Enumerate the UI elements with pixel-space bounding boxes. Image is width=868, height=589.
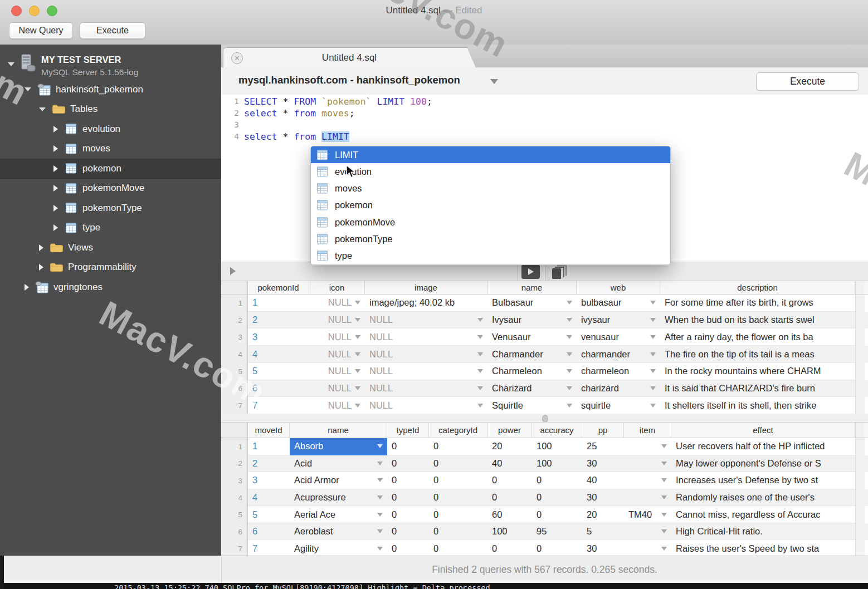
- cell-dropdown-icon[interactable]: [355, 335, 360, 339]
- cell-name[interactable]: Venusaur: [487, 328, 577, 346]
- cell-dropdown-icon[interactable]: [661, 444, 667, 448]
- scrollbar-track[interactable]: [855, 489, 865, 507]
- cell-accuracy[interactable]: 0: [532, 540, 582, 557]
- cell-name[interactable]: Ivysaur: [487, 312, 577, 329]
- expander-right-icon[interactable]: [39, 264, 43, 271]
- expander-right-icon[interactable]: [25, 284, 29, 291]
- scrollbar-track[interactable]: [855, 438, 865, 455]
- cell-dropdown-icon[interactable]: [377, 444, 383, 448]
- table-row[interactable]: 33Acid Armor000040Increases user's Defen…: [221, 472, 868, 489]
- cell-web[interactable]: ivysaur: [577, 312, 660, 329]
- scrollbar-track[interactable]: [855, 540, 865, 557]
- cell-pp[interactable]: 20: [582, 506, 624, 523]
- cell-dropdown-icon[interactable]: [567, 369, 572, 373]
- scrollbar-track[interactable]: [855, 523, 865, 541]
- cell-dropdown-icon[interactable]: [567, 301, 572, 305]
- cell-moveid[interactable]: 6: [248, 523, 290, 541]
- cell-description[interactable]: After a rainy day, the flower on its ba: [660, 328, 855, 346]
- cell-effect[interactable]: Increases user's Defense by two st: [671, 472, 855, 489]
- new-query-button[interactable]: New Query: [9, 22, 73, 39]
- cell-web[interactable]: bulbasaur: [577, 294, 660, 312]
- cell-typeid[interactable]: 0: [387, 540, 429, 557]
- scrollbar-track[interactable]: [855, 312, 865, 329]
- cell-typeid[interactable]: 0: [387, 472, 429, 489]
- editor-line-3[interactable]: 3: [221, 119, 868, 131]
- cell-moveid[interactable]: 7: [248, 540, 290, 557]
- cell-power[interactable]: 20: [487, 438, 532, 455]
- cell-dropdown-icon[interactable]: [661, 547, 667, 551]
- cell-accuracy[interactable]: 0: [532, 489, 582, 507]
- cell-moveid[interactable]: 5: [248, 506, 290, 523]
- splitter-handle-icon[interactable]: [542, 415, 548, 423]
- cell-dropdown-icon[interactable]: [355, 369, 360, 373]
- cell-dropdown-icon[interactable]: [567, 318, 572, 322]
- sidebar-item-pokemon[interactable]: pokemon: [0, 159, 221, 179]
- cell-description[interactable]: For some time after its birth, it grows: [660, 294, 855, 312]
- cell-dropdown-icon[interactable]: [661, 513, 667, 517]
- cell-name[interactable]: Bulbasaur: [487, 294, 577, 312]
- autocomplete-item-pokemon[interactable]: pokemon: [311, 197, 670, 214]
- cell-item[interactable]: [624, 455, 671, 473]
- table-row[interactable]: 77NULLNULLSquirtlesquirtleIt shelters it…: [221, 397, 868, 414]
- run-results-button[interactable]: [521, 264, 540, 279]
- cell-categoryid[interactable]: 0: [429, 489, 487, 507]
- cell-web[interactable]: charizard: [577, 380, 660, 397]
- cell-dropdown-icon[interactable]: [661, 478, 667, 482]
- row-number[interactable]: 5: [221, 363, 248, 380]
- expander-right-icon[interactable]: [39, 244, 43, 251]
- column-header-power[interactable]: power: [487, 423, 532, 438]
- editor-line-1[interactable]: 1SELECT * FROM `pokemon` LIMIT 100;: [221, 96, 868, 107]
- column-header-image[interactable]: image: [365, 281, 487, 294]
- scrollbar-track[interactable]: [855, 363, 865, 380]
- cell-typeid[interactable]: 0: [387, 489, 429, 507]
- cell-pokemonid[interactable]: 3: [248, 328, 309, 346]
- autocomplete-item-limit[interactable]: LIMIT: [311, 146, 670, 163]
- scrollbar-track[interactable]: [855, 455, 865, 473]
- expander-down-icon[interactable]: [25, 87, 31, 91]
- execute-query-button[interactable]: Execute: [756, 72, 859, 91]
- cell-description[interactable]: It shelters itself in its shell, then st…: [660, 397, 855, 414]
- sidebar-item-pokemonmove[interactable]: pokemonMove: [0, 179, 221, 199]
- cell-pokemonid[interactable]: 4: [248, 346, 309, 363]
- cell-icon[interactable]: NULL: [309, 328, 365, 346]
- cell-item[interactable]: [624, 523, 671, 541]
- cell-power[interactable]: 60: [487, 506, 532, 523]
- sidebar-item-views[interactable]: Views: [0, 238, 221, 258]
- row-number[interactable]: 1: [221, 438, 248, 455]
- cell-dropdown-icon[interactable]: [567, 335, 572, 339]
- cell-dropdown-icon[interactable]: [377, 529, 383, 533]
- cell-pp[interactable]: 5: [582, 523, 624, 541]
- scrollbar-track[interactable]: [855, 346, 865, 363]
- table-row[interactable]: 44NULLNULLCharmandercharmanderThe fire o…: [221, 346, 868, 363]
- cell-dropdown-icon[interactable]: [567, 386, 572, 390]
- cell-web[interactable]: squirtle: [577, 397, 660, 414]
- cell-dropdown-icon[interactable]: [477, 318, 483, 322]
- row-number[interactable]: 2: [221, 312, 248, 329]
- execute-toolbar-button[interactable]: Execute: [80, 22, 145, 39]
- connection-selector[interactable]: mysql.hankinsoft.com - hankinsoft_pokemo…: [238, 74, 460, 86]
- row-number[interactable]: 7: [221, 397, 248, 414]
- cell-item[interactable]: [624, 489, 671, 507]
- cell-typeid[interactable]: 0: [387, 455, 429, 473]
- column-header-item[interactable]: item: [624, 423, 671, 438]
- expander-right-icon[interactable]: [53, 145, 58, 152]
- sidebar-item-type[interactable]: type: [0, 218, 221, 238]
- cell-description[interactable]: In the rocky mountains where CHARM: [660, 363, 855, 380]
- column-header-effect[interactable]: effect: [671, 423, 855, 438]
- cell-power[interactable]: 100: [487, 523, 532, 541]
- chevron-down-icon[interactable]: [490, 79, 498, 84]
- column-header-moveid[interactable]: moveId: [248, 423, 290, 438]
- cell-dropdown-icon[interactable]: [650, 352, 656, 356]
- column-header-web[interactable]: web: [577, 281, 660, 294]
- cell-dropdown-icon[interactable]: [567, 352, 572, 356]
- cell-effect[interactable]: Cannot miss, regardless of Accurac: [671, 506, 855, 523]
- cell-pp[interactable]: 30: [582, 489, 624, 507]
- cell-moveid[interactable]: 3: [248, 472, 290, 489]
- cell-moveid[interactable]: 4: [248, 489, 290, 507]
- row-number[interactable]: 7: [221, 540, 248, 557]
- sidebar-item-evolution[interactable]: evolution: [0, 119, 221, 139]
- row-number[interactable]: 3: [221, 472, 248, 489]
- cell-image[interactable]: NULL: [365, 312, 487, 329]
- cell-effect[interactable]: High Critical-Hit ratio.: [671, 523, 855, 541]
- cell-dropdown-icon[interactable]: [355, 301, 360, 305]
